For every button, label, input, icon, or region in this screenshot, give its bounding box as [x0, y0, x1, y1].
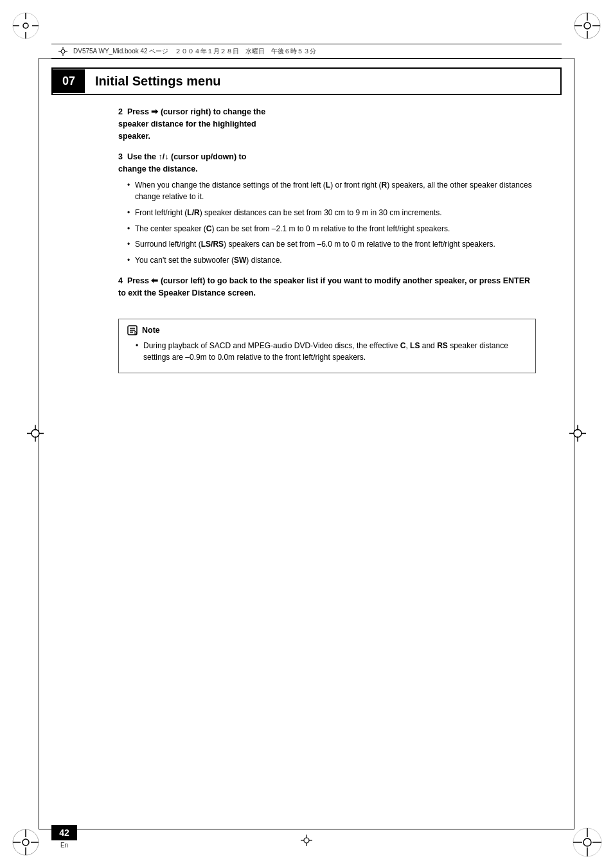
- page-number: 42: [51, 825, 77, 840]
- h-line-bottom: [39, 829, 574, 829]
- note-box: Note During playback of SACD and MPEG-au…: [118, 319, 536, 373]
- chapter-number: 07: [53, 69, 85, 93]
- svg-point-7: [584, 22, 591, 29]
- corner-mark-tl: [6, 6, 45, 45]
- step-2-heading: 2 Press ➡ (cursor right) to change thesp…: [118, 106, 536, 142]
- main-content: 2 Press ➡ (cursor right) to change thesp…: [118, 106, 536, 804]
- step-4-block: 4 Press ⬅ (cursor left) to go back to th…: [118, 275, 536, 299]
- step-3-bullet-list: When you change the distance settings of…: [127, 179, 536, 267]
- corner-mark-tr: [568, 6, 607, 45]
- step-3-heading: 3 Use the ↑/↓ (cursor up/down) tochange …: [118, 151, 536, 175]
- step-3-block: 3 Use the ↑/↓ (cursor up/down) tochange …: [118, 151, 536, 266]
- step-4-heading: 4 Press ⬅ (cursor left) to go back to th…: [118, 275, 536, 299]
- bullet-item: When you change the distance settings of…: [127, 179, 536, 203]
- page-lang: En: [60, 842, 68, 849]
- note-bullet-item: During playback of SACD and MPEG-audio D…: [136, 340, 528, 364]
- bullet-item: Surround left/right (LS/RS) speakers can…: [127, 238, 536, 251]
- chapter-header: 07 Initial Settings menu: [51, 67, 562, 95]
- step-2-block: 2 Press ➡ (cursor right) to change thesp…: [118, 106, 536, 142]
- svg-point-1: [23, 23, 28, 28]
- page-container: DV575A WY_Mid.book 42 ページ ２００４年１月２８日 水曜日…: [0, 0, 613, 868]
- note-label: Note: [142, 326, 160, 335]
- bullet-item: You can't set the subwoofer (SW) distanc…: [127, 254, 536, 267]
- note-bullet-list: During playback of SACD and MPEG-audio D…: [136, 340, 528, 364]
- right-margin-mark: [568, 423, 587, 445]
- page-footer: 42 En: [51, 825, 77, 849]
- note-icon: [127, 324, 138, 336]
- v-line-right: [574, 58, 574, 829]
- top-meta-bar: DV575A WY_Mid.book 42 ページ ２００４年１月２８日 水曜日…: [51, 44, 562, 59]
- svg-point-43: [304, 838, 309, 843]
- left-margin-mark: [26, 423, 45, 445]
- bottom-center-mark: [300, 834, 313, 849]
- svg-point-19: [583, 838, 591, 846]
- bullet-item: Front left/right (L/R) speaker distances…: [127, 207, 536, 219]
- svg-point-29: [574, 429, 582, 437]
- svg-point-34: [61, 49, 65, 53]
- svg-point-13: [22, 839, 29, 846]
- file-info-text: DV575A WY_Mid.book 42 ページ ２００４年１月２８日 水曜日…: [73, 47, 316, 56]
- note-content: During playback of SACD and MPEG-audio D…: [127, 340, 528, 364]
- bullet-item: The center speaker (C) can be set from –…: [127, 223, 536, 235]
- v-line-left: [39, 58, 39, 829]
- note-title: Note: [127, 324, 528, 336]
- chapter-title: Initial Settings menu: [85, 69, 231, 94]
